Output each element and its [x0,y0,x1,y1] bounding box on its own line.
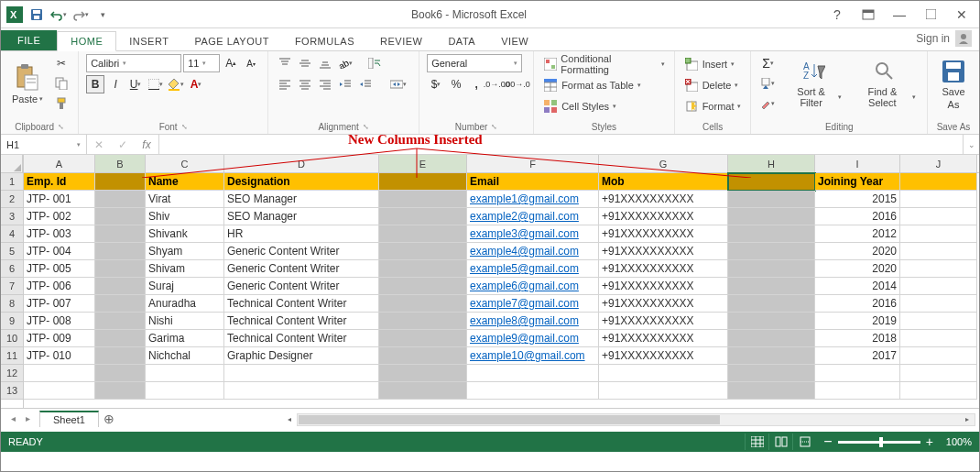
cell[interactable] [900,330,977,347]
column-header-B[interactable]: B [95,155,146,172]
align-left-icon[interactable] [276,75,294,93]
cell[interactable]: JTP- 007 [24,295,95,313]
tab-view[interactable]: VIEW [488,32,541,50]
cell[interactable]: example3@gmail.com [467,225,599,243]
cell[interactable]: Generic Content Writer [224,243,379,260]
row-header[interactable]: 11 [1,347,23,365]
cell[interactable]: 2016 [815,208,900,225]
cell[interactable]: 2018 [815,330,900,347]
expand-formula-bar-icon[interactable]: ⌄ [963,135,979,154]
cell[interactable]: Technical Content Writer [224,295,379,313]
save-as-button[interactable]: SaveAs [935,54,972,115]
cell[interactable]: 2020 [815,243,900,260]
column-header-G[interactable]: G [599,155,728,172]
cell[interactable] [900,295,977,313]
tab-home[interactable]: HOME [57,31,116,51]
cell[interactable]: example6@gmail.com [467,278,599,295]
decrease-font-icon[interactable]: A▾ [242,54,260,72]
cell[interactable] [379,225,467,243]
fill-color-icon[interactable]: ▾ [167,75,185,93]
cell[interactable] [379,330,467,347]
cell[interactable]: Garima [146,330,224,347]
cell[interactable]: 2019 [815,313,900,330]
zoom-out-icon[interactable]: − [823,434,832,450]
cell[interactable] [95,382,146,400]
cell[interactable] [728,347,815,365]
cell[interactable]: +91XXXXXXXXXX [599,278,728,295]
cell[interactable] [379,365,467,382]
cell[interactable] [900,365,977,382]
cell[interactable]: 2017 [815,347,900,365]
cell[interactable] [728,260,815,278]
cell[interactable] [379,295,467,313]
autosum-icon[interactable]: Σ▾ [758,54,777,72]
cell[interactable] [815,382,900,400]
cell[interactable]: +91XXXXXXXXXX [599,243,728,260]
cell[interactable]: 2016 [815,295,900,313]
cell[interactable] [728,382,815,400]
row-header[interactable]: 9 [1,313,23,330]
cell[interactable]: Name [146,173,224,191]
column-header-J[interactable]: J [900,155,977,172]
cell[interactable]: Email [467,173,599,191]
accounting-format-icon[interactable]: $▾ [427,75,445,93]
cell[interactable]: Mob [599,173,728,191]
font-family-combo[interactable]: Calibri▾ [86,54,181,72]
cell[interactable] [900,278,977,295]
cell[interactable] [95,191,146,208]
cell[interactable]: 2015 [815,191,900,208]
row-header[interactable]: 3 [1,208,23,225]
sort-filter-button[interactable]: AZ Sort & Filter▾ [782,54,844,115]
underline-icon[interactable]: U▾ [126,75,145,93]
tab-page-layout[interactable]: PAGE LAYOUT [181,32,282,50]
sheet-tab-sheet1[interactable]: Sheet1 [39,411,99,427]
minimize-icon[interactable]: — [884,4,915,26]
cell[interactable] [95,295,146,313]
cell[interactable] [95,330,146,347]
column-header-C[interactable]: C [146,155,224,172]
merge-center-icon[interactable]: ▾ [386,75,411,93]
format-cells-button[interactable]: Format▾ [682,96,744,115]
cell[interactable] [728,225,815,243]
cell[interactable] [728,295,815,313]
tab-data[interactable]: DATA [435,32,488,50]
cell[interactable] [900,313,977,330]
align-right-icon[interactable] [316,75,334,93]
cell[interactable]: JTP- 001 [24,191,95,208]
cell[interactable] [224,382,379,400]
cell[interactable] [900,243,977,260]
column-header-I[interactable]: I [815,155,900,172]
cell[interactable] [379,347,467,365]
cell[interactable] [728,208,815,225]
cell[interactable] [728,313,815,330]
redo-icon[interactable]: ▾ [71,4,91,26]
row-header[interactable]: 7 [1,278,23,295]
select-all-corner[interactable] [1,155,23,173]
cell[interactable]: Shiv [146,208,224,225]
zoom-slider[interactable] [838,441,920,444]
cell[interactable] [146,382,224,400]
cell[interactable] [728,173,815,191]
wrap-text-icon[interactable] [365,54,384,72]
cell[interactable] [900,173,977,191]
cell[interactable]: example10@gmail.com [467,347,599,365]
cell[interactable]: JTP- 004 [24,243,95,260]
align-bottom-icon[interactable] [316,54,334,72]
cell[interactable]: Shyam [146,243,224,260]
cell[interactable]: Generic Content Writer [224,260,379,278]
cell[interactable] [900,191,977,208]
cancel-formula-icon[interactable]: ✕ [87,138,111,151]
clear-icon[interactable]: ▾ [758,94,777,113]
cell[interactable]: Emp. Id [24,173,95,191]
save-icon[interactable] [27,4,47,26]
cell[interactable]: example4@gmail.com [467,243,599,260]
cell[interactable] [900,260,977,278]
cell[interactable]: Nishi [146,313,224,330]
row-header[interactable]: 2 [1,191,23,208]
decrease-decimal-icon[interactable]: .00→.0 [507,75,526,93]
row-header[interactable]: 4 [1,225,23,243]
new-sheet-icon[interactable]: ⊕ [99,410,119,428]
bold-icon[interactable]: B [86,75,104,93]
cell[interactable] [379,313,467,330]
cell[interactable] [95,208,146,225]
